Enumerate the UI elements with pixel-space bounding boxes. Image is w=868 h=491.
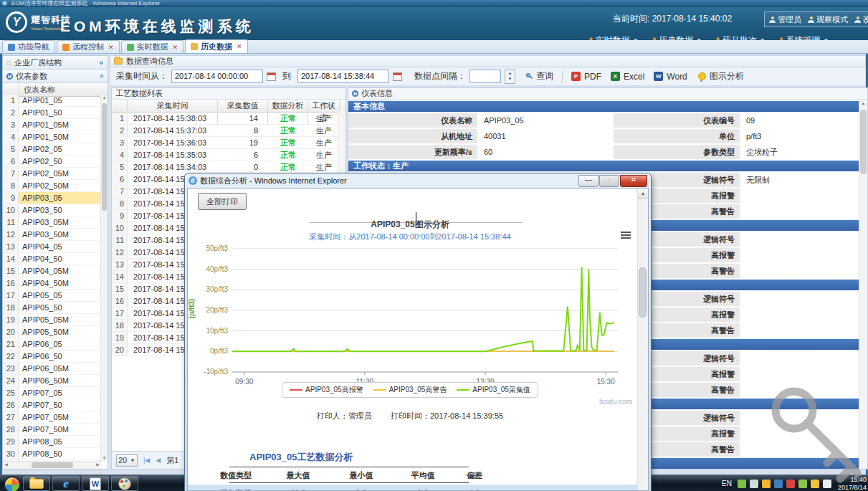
tab[interactable]: 功能导航 ✕ [2, 40, 55, 53]
chevron-double-down-icon[interactable]: » [98, 60, 106, 65]
sidebar-vertical-scrollbar[interactable]: ▲ ▼ [100, 95, 108, 462]
meter-list-item[interactable]: 17 APIP05_05 [3, 290, 108, 302]
maximize-button[interactable]: ▫ [599, 175, 619, 187]
chevron-double-up-icon[interactable]: » [98, 74, 106, 78]
chart-menu-icon[interactable] [621, 232, 631, 240]
taskbar-paint[interactable] [111, 476, 138, 491]
meter-list-item[interactable]: 8 APIP02_50M [3, 180, 108, 192]
user-toolbar-button[interactable]: 管理员 [769, 14, 801, 25]
first-page-button[interactable]: |◀ [143, 457, 150, 464]
word-icon[interactable]: W [654, 72, 663, 81]
start-button[interactable] [4, 476, 21, 491]
search-button[interactable]: 查询 [536, 70, 553, 82]
meter-list-item[interactable]: 15 APIP04_05M [3, 265, 108, 277]
sidebar-panel-factory[interactable]: ⌂ 企业厂房结构 » [3, 56, 108, 70]
scroll-up-icon[interactable]: ▲ [101, 95, 108, 101]
table-row[interactable]: 2 2017-08-14 15:37:03 8 正常 生产 [112, 125, 345, 137]
sidebar-panel-meters[interactable]: 仪表参数 » [3, 70, 108, 83]
search-icon[interactable] [526, 73, 533, 80]
tray-volume-icon[interactable] [786, 480, 795, 488]
meter-list-item[interactable]: 7 APIP02_05M [3, 168, 108, 180]
tab[interactable]: 历史数据 ✕ [185, 39, 248, 53]
meter-list-item[interactable]: 11 APIP03_05M [3, 216, 108, 229]
table-row[interactable]: 3 2017-08-14 15:36:03 19 正常 生产 [112, 137, 345, 149]
close-icon[interactable]: ✕ [173, 44, 178, 51]
meter-list-item[interactable]: 14 APIP04_50 [3, 253, 108, 265]
excel-button[interactable]: Excel [624, 72, 644, 82]
meter-list-item[interactable]: 13 APIP04_05 [3, 241, 108, 253]
close-button[interactable]: ✕ [620, 175, 647, 187]
taskbar-internet-explorer[interactable]: e [52, 476, 80, 491]
taskbar-clock[interactable]: 15:40 2017/8/14 [838, 476, 867, 491]
scroll-left-icon[interactable]: ◀ [3, 462, 9, 468]
meter-list-item[interactable]: 18 APIP05_50 [3, 302, 108, 314]
meter-list-item[interactable]: 9 APIP03_05 [3, 192, 108, 204]
scroll-up-icon[interactable]: ▲ [859, 100, 867, 108]
calendar-icon[interactable] [393, 72, 402, 81]
meter-list-item[interactable]: 29 APIP08_05 [3, 436, 108, 448]
meter-list-item[interactable]: 19 APIP05_05M [3, 314, 108, 326]
chart-plot[interactable] [232, 249, 618, 372]
meter-list-item[interactable]: 23 APIP06_05M [3, 363, 108, 375]
meter-list-item[interactable]: 4 APIP01_50M [3, 131, 108, 143]
legend-item[interactable]: APIP03_05采集值 [457, 385, 530, 395]
excel-icon[interactable]: X [611, 72, 620, 81]
close-icon[interactable]: ✕ [108, 44, 114, 51]
word-button[interactable]: Word [667, 72, 687, 82]
tray-speaker-icon[interactable] [823, 480, 831, 488]
info-panel-scrollbar[interactable]: ▲ [859, 100, 867, 469]
taskbar-file-explorer[interactable] [23, 476, 50, 491]
tray-alert-icon[interactable] [811, 480, 819, 488]
pdf-icon[interactable]: P [571, 72, 581, 81]
meter-list-item[interactable]: 1 APIP01_05 [3, 95, 108, 107]
legend-item[interactable]: APIP03_05高警告 [373, 385, 447, 395]
meter-list-item[interactable]: 5 APIP02_05 [3, 143, 108, 156]
minimize-button[interactable]: — [578, 175, 598, 187]
prev-page-button[interactable]: ◀ [156, 457, 161, 464]
meter-list-item[interactable]: 2 APIP01_50 [3, 107, 108, 119]
close-icon[interactable]: ✕ [237, 43, 242, 50]
popup-titlebar[interactable]: e 数据综合分析 - Windows Internet Explorer — ▫… [185, 173, 651, 188]
pdf-button[interactable]: PDF [584, 72, 601, 82]
meter-list-item[interactable]: 30 APIP08_50 [3, 448, 108, 460]
tab[interactable]: 远程控制 ✕ [57, 40, 120, 53]
meter-list-item[interactable]: 10 APIP03_50 [3, 204, 108, 216]
bulb-icon[interactable] [698, 72, 706, 80]
tray-notes-icon[interactable] [750, 480, 758, 488]
popup-scrollbar[interactable]: ▲ [637, 189, 648, 490]
meter-list-item[interactable]: 16 APIP04_50M [3, 277, 108, 290]
print-all-button[interactable]: 全部打印 [198, 193, 247, 210]
meter-list-item[interactable]: 3 APIP01_05M [3, 119, 108, 131]
taskbar-word[interactable]: W [82, 476, 109, 491]
scroll-right-icon[interactable]: ▶ [95, 462, 101, 468]
user-toolbar-button[interactable]: 观察模式 [808, 14, 848, 25]
to-date-input[interactable]: 2017-08-14 15:38:44 [297, 70, 389, 83]
tab[interactable]: 实时数据 ✕ [121, 40, 184, 53]
meter-list-item[interactable]: 22 APIP06_50 [3, 351, 108, 363]
tray-clipboard-icon[interactable] [738, 480, 746, 488]
meter-list-item[interactable]: 28 APIP07_50M [3, 424, 108, 436]
scroll-up-icon[interactable]: ▲ [638, 189, 648, 199]
meter-list-item[interactable]: 20 APIP05_50M [3, 326, 108, 338]
meter-list-item[interactable]: 21 APIP06_05 [3, 338, 108, 351]
meter-list-item[interactable]: 27 APIP07_05M [3, 411, 108, 424]
scroll-down-icon[interactable]: ▼ [101, 455, 108, 462]
meter-list-item[interactable]: 25 APIP07_05 [3, 387, 108, 399]
analysis-table-row-selected[interactable]: 采集数值 41.0 0.0 1.0 4.0 [188, 485, 641, 491]
page-size-select[interactable]: 20 ▼ [116, 454, 138, 467]
legend-item[interactable]: APIP03_05高报警 [290, 385, 363, 395]
interval-input[interactable] [469, 70, 501, 83]
table-row[interactable]: 4 2017-08-14 15:35:03 6 正常 生产 [112, 149, 345, 161]
scrollbar-thumb[interactable] [102, 103, 107, 211]
scrollbar-thumb[interactable] [32, 462, 73, 468]
scrollbar-thumb[interactable] [639, 267, 647, 318]
table-row[interactable]: 5 2017-08-14 15:34:03 0 正常 生产 [112, 161, 345, 173]
chart-analysis-button[interactable]: 图示分析 [710, 70, 744, 82]
scrollbar-thumb[interactable] [860, 110, 867, 174]
sidebar-horizontal-scrollbar[interactable]: ◀ ▶ [3, 461, 101, 469]
from-date-input[interactable]: 2017-08-14 00:00:00 [171, 70, 263, 83]
baidu-watermark-link[interactable]: baidu.com [599, 398, 636, 406]
tray-db-icon[interactable] [762, 480, 771, 488]
meter-list-item[interactable]: 24 APIP06_50M [3, 375, 108, 387]
language-indicator[interactable]: EN [722, 480, 732, 487]
